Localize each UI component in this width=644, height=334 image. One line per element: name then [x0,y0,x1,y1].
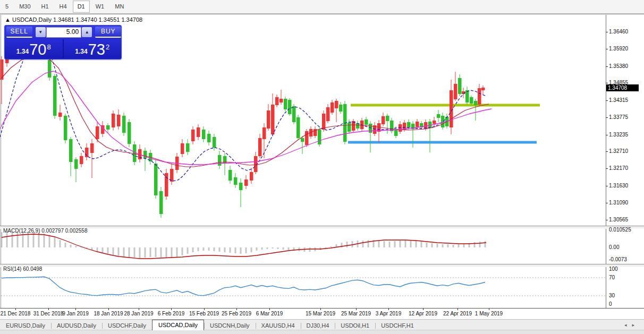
mt4-application-window: 5M30H1H4D1W1MN ▲ USDCAD,Daily 1.34681 1.… [0,0,644,334]
sell-price-display[interactable]: 1.34 70 8 [5,39,63,58]
date-axis-label: 3 Apr 2019 [376,311,401,316]
buy-price-display[interactable]: 1.34 73 2 [64,39,122,58]
macd-panel-splitter[interactable] [0,226,644,229]
date-axis-label: 21 Dec 2018 [1,311,31,316]
rsi-axis-label: 100 [609,266,618,272]
chart-window[interactable] [0,14,644,320]
rsi-indicator-label: RSI(14) 60.0498 [3,266,42,272]
price-axis-tick [606,168,608,169]
volume-input[interactable]: 5.00 [46,27,81,38]
date-axis-tick [15,309,16,310]
date-axis-label: 25 Feb 2019 [222,311,251,316]
date-axis-tick [236,309,237,310]
chart-tab-audusd-daily[interactable]: AUDUSD,Daily [51,321,102,330]
timeframe-button-h1[interactable]: H1 [37,1,54,13]
date-axis-tick [204,309,205,310]
rsi-axis-label: 30 [609,293,615,298]
price-axis-tick [606,49,608,49]
collapse-triangle-icon[interactable]: ▲ [5,16,12,23]
buy-price-pipette: 2 [106,43,109,51]
tab-scroll-left-icon[interactable]: ◂ [624,322,627,328]
status-bar [0,330,644,334]
date-axis-tick [75,309,76,310]
date-axis-label: 12 Apr 2019 [409,311,437,316]
rsi-axis-label: 0 [609,301,612,307]
macd-indicator-label: MACD(12,26,9) 0.002797 0.002558 [3,228,87,234]
price-axis-label: 1.36460 [609,29,628,35]
date-axis-label: 18 Jan 2019 [94,311,123,316]
spin-up-icon: ▲ [85,30,89,35]
timeframe-button-mn[interactable]: MN [110,1,129,13]
price-axis-tick [606,203,608,203]
price-axis-label: 1.31090 [609,200,628,205]
sell-price-big-digits: 70 [29,42,46,57]
price-axis-label: 1.31630 [609,183,628,189]
sell-price-prefix: 1.34 [16,48,29,55]
price-axis-label: 1.34315 [609,97,628,103]
price-axis-tick [606,83,608,83]
current-price-tag: 1.34708 [606,84,639,91]
sell-button[interactable]: SELL [6,27,32,38]
chart-tab-xauusd-h4[interactable]: XAUUSD,H4 [256,321,301,330]
timeframe-button-5[interactable]: 5 [1,1,13,13]
chart-tab-usdcad-daily[interactable]: USDCAD,Daily [152,320,204,330]
price-axis-label: 1.33235 [609,132,628,138]
price-axis-label: 1.35380 [609,63,628,69]
macd-axis-label: 0.010525 [609,227,631,233]
date-axis-tick [139,309,139,310]
price-axis-tick [606,186,608,186]
date-axis-label: 22 Apr 2019 [443,311,472,316]
chart-tab-usdoil-h1[interactable]: USDOil,H1 [335,321,375,330]
date-axis-label: 9 Jan 2019 [62,311,89,316]
buy-price-prefix: 1.34 [75,48,87,55]
spin-down-icon: ▼ [38,30,43,35]
chart-tab-usdcnh-daily[interactable]: USDCNH,Daily [204,321,256,330]
chart-tab-usdchf-h1[interactable]: USDCHF,H1 [375,321,420,330]
date-axis-tick [423,309,423,310]
timeframe-toolbar: 5M30H1H4D1W1MN [0,0,644,14]
date-axis-tick [108,309,109,310]
macd-axis-label: -0.0073 [609,256,627,262]
chart-tab-usdchf-daily[interactable]: USDCHF,Daily [102,321,152,330]
price-axis-label: 1.35920 [609,46,628,52]
timeframe-button-h4[interactable]: H4 [55,1,72,13]
date-axis-label: 31 Dec 2018 [33,311,64,316]
date-axis-label: 25 Mar 2019 [341,311,371,316]
price-axis-tick [606,220,608,220]
date-axis-tick [388,309,389,310]
price-axis-tick [606,117,608,118]
timeframe-button-m30[interactable]: M30 [14,1,35,13]
date-axis-tick [320,309,321,310]
price-axis-label: 1.32710 [609,148,628,154]
chart-tab-dj30-h4[interactable]: DJ30,H4 [301,321,335,330]
timeframe-button-w1[interactable]: W1 [91,1,109,13]
date-axis-label: 28 Jan 2019 [124,311,153,316]
date-axis-label: 6 Mar 2019 [256,311,283,316]
chart-tab-bar: EURUSD,DailyAUDUSD,DailyUSDCHF,DailyUSDC… [0,319,644,330]
tab-scroll-right-icon[interactable]: ▸ [632,322,634,328]
volume-increase-button[interactable]: ▲ [82,27,92,37]
price-axis-tick [606,100,608,101]
price-axis-tick [606,66,608,67]
chart-tab-eurusd-daily[interactable]: EURUSD,Daily [0,321,51,330]
date-axis-label: 1 May 2019 [475,311,503,316]
date-axis-tick [457,309,458,310]
date-axis-tick [171,309,172,310]
buy-price-big-digits: 73 [88,42,105,57]
date-axis-label: 15 Feb 2019 [189,311,219,316]
buy-button[interactable]: BUY [95,27,121,38]
timeframe-button-d1[interactable]: D1 [73,1,90,13]
one-click-trading-panel: SELL ▼ 5.00 ▲ BUY 1.34 70 8 1.34 73 2 [4,25,122,59]
time-scale-border [0,308,644,309]
price-axis-tick [606,151,608,152]
date-axis-label: 15 Mar 2019 [306,311,335,316]
volume-decrease-button[interactable]: ▼ [36,27,46,37]
date-axis-tick [489,309,489,310]
price-axis-tick [606,135,608,135]
sell-price-pipette: 8 [47,43,50,51]
rsi-axis-label: 70 [609,275,615,280]
price-axis-tick [606,32,608,32]
macd-axis-label: 0.00 [609,244,619,250]
rsi-panel-splitter[interactable] [0,264,644,267]
date-axis-tick [48,309,49,310]
